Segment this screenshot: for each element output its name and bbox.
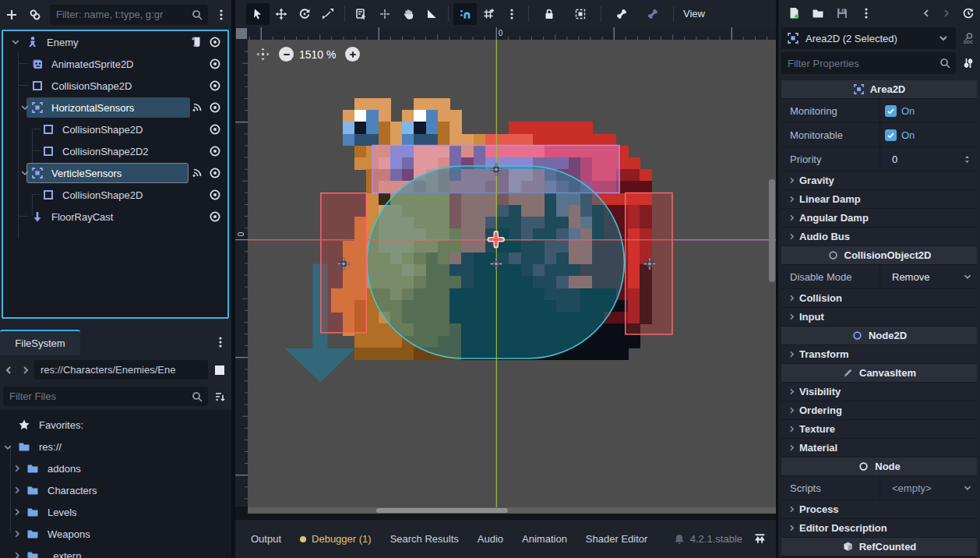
filesystem-menu-button[interactable] xyxy=(213,334,228,350)
tree-row-enemy[interactable]: Enemy xyxy=(3,31,227,53)
save-resource-button[interactable] xyxy=(830,7,854,19)
smart-snap-tool-button[interactable] xyxy=(453,3,477,25)
version-label[interactable]: 4.2.1.stable xyxy=(690,533,742,545)
inspector-group-transform[interactable]: Transform xyxy=(781,345,977,364)
checkbox-checked[interactable] xyxy=(885,105,897,117)
v-scrollbar-thumb[interactable] xyxy=(769,179,775,282)
tree-row-floorraycast[interactable]: FloorRayCast xyxy=(3,206,227,228)
visibility-eye-icon[interactable] xyxy=(209,189,221,201)
center-view-icon[interactable] xyxy=(256,48,270,61)
h-scrollbar-track[interactable] xyxy=(248,507,776,514)
tree-expand-arrow[interactable] xyxy=(20,103,30,112)
history-list-button[interactable] xyxy=(957,7,980,19)
scale-tool-button[interactable] xyxy=(316,3,340,25)
fs-row-res[interactable]: res:// xyxy=(0,436,231,457)
instance-scene-button[interactable] xyxy=(23,9,47,21)
inspector-group-input[interactable]: Input xyxy=(781,308,977,327)
load-resource-button[interactable] xyxy=(806,7,830,19)
move-tool-button[interactable] xyxy=(270,3,293,25)
fs-row-extern[interactable]: _extern xyxy=(0,545,231,558)
visibility-eye-icon[interactable] xyxy=(209,79,221,92)
property-value[interactable]: <empty> xyxy=(892,482,932,494)
inspector-group-material[interactable]: Material xyxy=(781,439,977,457)
pivot-tool-button[interactable] xyxy=(373,3,397,25)
tree-row-collisionshape2d[interactable]: CollisionShape2D xyxy=(3,75,227,97)
snap-options-tool-button[interactable] xyxy=(500,3,523,25)
inspector-filter[interactable]: Filter Properties xyxy=(781,52,956,74)
tree-expand-arrow[interactable] xyxy=(20,168,30,178)
property-value[interactable]: Remove xyxy=(892,271,929,283)
zoom-percent-label[interactable]: 1510 % xyxy=(299,48,336,61)
bone-tool-button[interactable] xyxy=(606,3,637,25)
visibility-eye-icon[interactable] xyxy=(209,36,221,48)
bottom-tab-debugger[interactable]: Debugger (1) xyxy=(291,533,381,545)
tree-collapse-arrow[interactable] xyxy=(3,443,12,452)
tree-expand-arrow[interactable] xyxy=(11,37,20,47)
fs-filter-input[interactable]: Filter Files xyxy=(3,387,208,406)
expand-bottom-panel-button[interactable] xyxy=(753,532,767,546)
history-back-button[interactable] xyxy=(916,7,936,19)
lock-tool-button[interactable] xyxy=(534,3,565,25)
tree-row-animatedsprite2d[interactable]: AnimatedSprite2D xyxy=(3,53,227,75)
bottom-tab-audio[interactable]: Audio xyxy=(468,533,513,545)
new-resource-button[interactable] xyxy=(781,7,806,19)
inspector-group-texture[interactable]: Texture xyxy=(781,420,977,439)
bottom-tab-shader-editor[interactable]: Shader Editor xyxy=(576,533,657,545)
signal-icon[interactable] xyxy=(190,167,203,179)
zoom-out-button[interactable] xyxy=(279,47,294,62)
bell-icon[interactable] xyxy=(673,533,686,546)
bottom-tab-search-results[interactable]: Search Results xyxy=(381,533,468,545)
filesystem-tab[interactable]: FileSystem xyxy=(0,330,80,355)
inspector-group-visibility[interactable]: Visibility xyxy=(781,383,977,401)
fs-back-button[interactable] xyxy=(0,364,17,376)
h-scrollbar-thumb[interactable] xyxy=(376,508,508,513)
property-tools-button[interactable] xyxy=(959,52,978,74)
resource-extra-button[interactable] xyxy=(854,7,878,19)
ruler-tool-button[interactable] xyxy=(420,3,443,25)
bone-options-tool-button[interactable] xyxy=(637,3,668,25)
tree-expand-arrow[interactable] xyxy=(12,486,22,495)
visibility-eye-icon[interactable] xyxy=(209,123,221,136)
inspector-group-linear-damp[interactable]: Linear Damp xyxy=(781,190,977,209)
tree-expand-arrow[interactable] xyxy=(12,507,22,517)
tree-row-verticlesensors[interactable]: VerticleSensors xyxy=(3,162,227,184)
grid-snap-tool-button[interactable] xyxy=(477,3,500,25)
property-value[interactable]: 0 xyxy=(892,154,897,165)
inspector-object-selector[interactable]: Area2D (2 Selected) xyxy=(781,27,956,49)
signal-icon[interactable] xyxy=(190,101,203,114)
tree-expand-arrow[interactable] xyxy=(12,551,22,558)
chevron-down-icon[interactable] xyxy=(962,482,973,493)
chevron-down-icon[interactable] xyxy=(962,271,973,282)
pan-tool-button[interactable] xyxy=(397,3,420,25)
history-forward-button[interactable] xyxy=(936,7,957,19)
select-tool-button[interactable] xyxy=(246,3,270,25)
view-menu-button[interactable]: View xyxy=(679,8,713,19)
visibility-eye-icon[interactable] xyxy=(209,101,221,114)
rotate-tool-button[interactable] xyxy=(293,3,316,25)
fs-row-characters[interactable]: Characters xyxy=(0,479,231,501)
list-select-tool-button[interactable] xyxy=(350,3,373,25)
visibility-eye-icon[interactable] xyxy=(209,145,221,157)
inspector-group-angular-damp[interactable]: Angular Damp xyxy=(781,209,977,228)
tree-expand-arrow[interactable] xyxy=(12,464,22,473)
bottom-tab-animation[interactable]: Animation xyxy=(513,533,576,545)
scene-tree-menu-button[interactable] xyxy=(211,9,231,21)
visibility-eye-icon[interactable] xyxy=(209,58,221,70)
tree-row-collisionshape2d[interactable]: CollisionShape2D xyxy=(3,118,227,140)
inspector-group-process[interactable]: Process xyxy=(781,500,977,519)
inspector-group-ordering[interactable]: Ordering xyxy=(781,401,977,420)
open-docs-button[interactable]: DOC xyxy=(959,27,978,49)
zoom-in-button[interactable] xyxy=(345,47,360,62)
tree-row-collisionshape2d2[interactable]: CollisionShape2D2 xyxy=(3,140,227,162)
add-node-button[interactable] xyxy=(0,9,23,21)
tree-row-horizontalsensors[interactable]: HorizontalSensors xyxy=(3,97,227,118)
group-tool-button[interactable] xyxy=(565,3,596,25)
inspector-group-editor-description[interactable]: Editor Description xyxy=(781,519,977,538)
fs-row-addons[interactable]: addons xyxy=(0,457,231,479)
checkbox-checked[interactable] xyxy=(885,129,897,141)
script-icon[interactable] xyxy=(190,36,203,48)
bottom-tab-output[interactable]: Output xyxy=(241,533,291,545)
scene-filter-input[interactable]: Filter: name, t:type, g:gr xyxy=(50,5,208,25)
inspector-group-collision[interactable]: Collision xyxy=(781,289,977,308)
fs-sort-button[interactable] xyxy=(208,390,231,403)
